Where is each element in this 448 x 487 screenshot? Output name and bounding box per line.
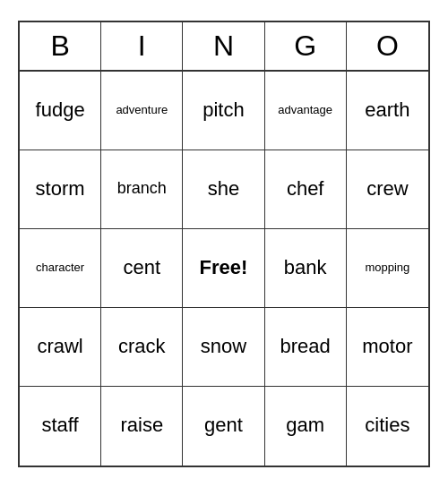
header-letter-n: N <box>183 22 264 70</box>
cell-text-0: fudge <box>36 99 85 121</box>
bingo-cell-15: crawl <box>20 308 101 387</box>
bingo-cell-2: pitch <box>183 72 264 150</box>
cell-text-20: staff <box>42 414 79 436</box>
bingo-cell-14: mopping <box>347 229 428 308</box>
bingo-cell-17: snow <box>183 308 264 387</box>
cell-text-8: chef <box>287 178 324 200</box>
cell-text-19: motor <box>362 336 412 357</box>
cell-text-14: mopping <box>365 261 409 274</box>
cell-text-18: bread <box>280 336 331 357</box>
header-letter-i: I <box>101 22 183 70</box>
bingo-cell-8: chef <box>265 150 347 229</box>
bingo-cell-20: staff <box>20 387 101 466</box>
bingo-cell-11: cent <box>101 229 183 308</box>
bingo-cell-16: crack <box>101 308 183 387</box>
cell-text-2: pitch <box>202 99 244 121</box>
cell-text-6: branch <box>117 180 167 198</box>
cell-text-10: character <box>36 261 84 274</box>
bingo-cell-18: bread <box>265 308 347 387</box>
bingo-cell-10: character <box>20 229 101 308</box>
cell-text-11: cent <box>123 257 160 278</box>
cell-text-13: bank <box>284 257 327 278</box>
cell-text-9: crew <box>366 178 408 200</box>
cell-text-22: gent <box>204 414 243 436</box>
bingo-cell-9: crew <box>347 150 428 229</box>
cell-text-1: adventure <box>116 104 168 116</box>
header-letter-b: B <box>20 22 101 70</box>
bingo-cell-3: advantage <box>265 72 347 150</box>
bingo-cell-4: earth <box>347 72 428 150</box>
bingo-cell-5: storm <box>20 150 101 229</box>
bingo-cell-6: branch <box>101 150 183 229</box>
bingo-cell-13: bank <box>265 229 347 308</box>
bingo-cell-7: she <box>183 150 264 229</box>
bingo-cell-21: raise <box>101 387 183 466</box>
bingo-cell-0: fudge <box>20 72 101 150</box>
bingo-cell-23: gam <box>265 387 347 466</box>
cell-text-5: storm <box>36 178 85 200</box>
header-letter-o: O <box>347 22 428 70</box>
cell-text-23: gam <box>286 414 324 436</box>
cell-text-17: snow <box>201 336 246 357</box>
cell-text-7: she <box>208 178 239 200</box>
cell-text-12: Free! <box>200 257 248 278</box>
bingo-cell-12: Free! <box>183 229 264 308</box>
bingo-grid: fudgeadventurepitchadvantageearthstormbr… <box>20 72 428 466</box>
header-letter-g: G <box>265 22 347 70</box>
cell-text-24: cities <box>365 414 409 436</box>
bingo-header: BINGO <box>20 22 428 72</box>
cell-text-16: crack <box>118 336 166 357</box>
cell-text-4: earth <box>365 99 409 121</box>
cell-text-15: crawl <box>37 336 82 357</box>
bingo-cell-1: adventure <box>101 72 183 150</box>
bingo-card: BINGO fudgeadventurepitchadvantageearths… <box>18 21 430 467</box>
bingo-cell-24: cities <box>347 387 428 466</box>
cell-text-21: raise <box>120 414 163 436</box>
bingo-cell-19: motor <box>347 308 428 387</box>
bingo-cell-22: gent <box>183 387 264 466</box>
cell-text-3: advantage <box>278 104 332 116</box>
